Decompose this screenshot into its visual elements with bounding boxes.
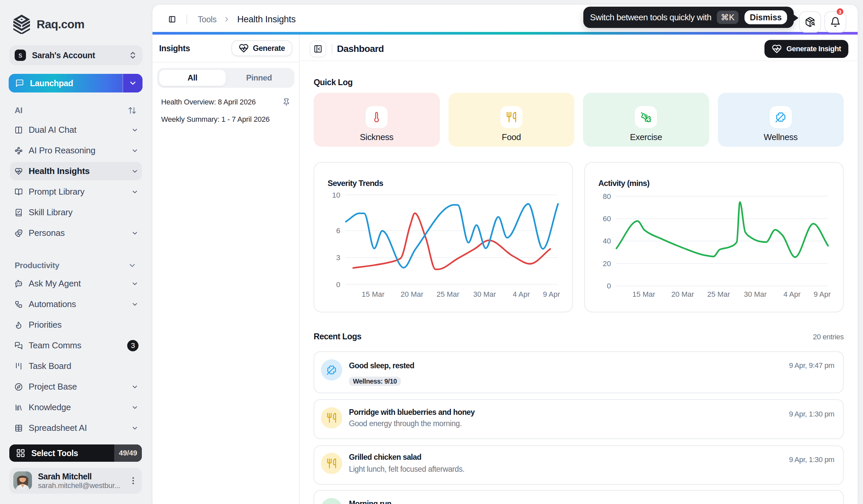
svg-text:40: 40 — [603, 237, 611, 245]
svg-text:0: 0 — [336, 281, 340, 289]
svg-text:60: 60 — [603, 215, 611, 223]
svg-text:25 Mar: 25 Mar — [707, 290, 730, 298]
svg-text:9 Apr: 9 Apr — [543, 290, 560, 298]
svg-text:20 Mar: 20 Mar — [401, 290, 423, 298]
svg-text:20: 20 — [603, 259, 611, 268]
svg-text:30 Mar: 30 Mar — [473, 290, 496, 298]
svg-text:25 Mar: 25 Mar — [437, 290, 459, 298]
svg-text:4 Apr: 4 Apr — [513, 290, 530, 298]
svg-text:15 Mar: 15 Mar — [632, 290, 655, 298]
svg-text:9 Apr: 9 Apr — [814, 290, 831, 298]
svg-text:15 Mar: 15 Mar — [362, 290, 384, 298]
svg-text:80: 80 — [603, 192, 611, 201]
svg-text:4 Apr: 4 Apr — [784, 290, 800, 298]
svg-text:20 Mar: 20 Mar — [671, 290, 694, 298]
svg-text:6: 6 — [336, 227, 340, 235]
svg-text:3: 3 — [336, 254, 340, 262]
svg-text:0: 0 — [607, 282, 611, 290]
svg-text:30 Mar: 30 Mar — [744, 290, 766, 298]
svg-text:10: 10 — [332, 191, 340, 199]
